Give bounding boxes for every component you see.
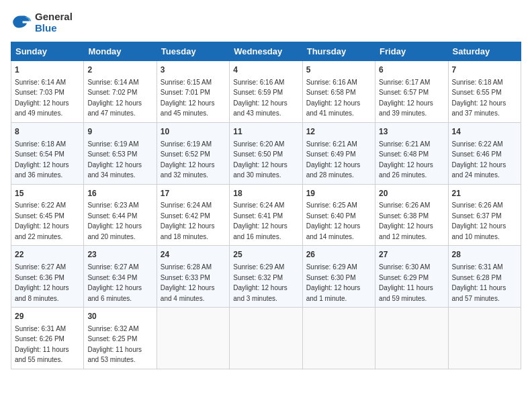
calendar-day-cell: [230, 308, 302, 369]
calendar-day-cell: 28Sunrise: 6:31 AMSunset: 6:28 PMDayligh…: [448, 246, 521, 308]
day-number: 4: [233, 64, 298, 76]
day-number: 5: [306, 64, 371, 76]
weekday-header: Monday: [84, 42, 157, 61]
calendar-day-cell: 11Sunrise: 6:20 AMSunset: 6:50 PMDayligh…: [230, 122, 302, 184]
day-number: 21: [452, 188, 517, 199]
calendar-day-cell: 29Sunrise: 6:31 AMSunset: 6:26 PMDayligh…: [11, 308, 84, 369]
day-number: 13: [379, 126, 444, 138]
day-info: Sunrise: 6:31 AMSunset: 6:26 PMDaylight:…: [15, 325, 69, 364]
day-number: 28: [452, 249, 517, 261]
calendar-day-cell: 12Sunrise: 6:21 AMSunset: 6:49 PMDayligh…: [302, 122, 375, 184]
day-number: 24: [161, 249, 226, 261]
day-info: Sunrise: 6:21 AMSunset: 6:48 PMDaylight:…: [379, 140, 433, 179]
day-info: Sunrise: 6:30 AMSunset: 6:29 PMDaylight:…: [379, 263, 433, 302]
calendar-day-cell: 19Sunrise: 6:25 AMSunset: 6:40 PMDayligh…: [302, 184, 375, 246]
calendar-day-cell: 1Sunrise: 6:14 AMSunset: 7:03 PMDaylight…: [11, 61, 84, 123]
calendar-day-cell: 26Sunrise: 6:29 AMSunset: 6:30 PMDayligh…: [302, 246, 375, 308]
day-number: 16: [87, 188, 152, 199]
page-header: General Blue: [11, 11, 521, 34]
day-info: Sunrise: 6:19 AMSunset: 6:52 PMDaylight:…: [161, 140, 215, 179]
day-info: Sunrise: 6:16 AMSunset: 6:58 PMDaylight:…: [306, 79, 361, 118]
calendar-day-cell: 21Sunrise: 6:26 AMSunset: 6:37 PMDayligh…: [448, 184, 521, 246]
calendar-week-row: 22Sunrise: 6:27 AMSunset: 6:36 PMDayligh…: [11, 246, 521, 308]
day-number: 9: [87, 126, 152, 138]
day-number: 6: [379, 64, 444, 76]
weekday-header-row: SundayMondayTuesdayWednesdayThursdayFrid…: [11, 42, 521, 61]
day-number: 7: [452, 64, 517, 76]
calendar-day-cell: 23Sunrise: 6:27 AMSunset: 6:34 PMDayligh…: [84, 246, 157, 308]
day-number: 20: [379, 188, 444, 199]
day-info: Sunrise: 6:26 AMSunset: 6:37 PMDaylight:…: [452, 201, 506, 240]
weekday-header: Saturday: [448, 42, 521, 61]
day-info: Sunrise: 6:16 AMSunset: 6:59 PMDaylight:…: [233, 79, 287, 118]
calendar-day-cell: 27Sunrise: 6:30 AMSunset: 6:29 PMDayligh…: [375, 246, 448, 308]
weekday-header: Tuesday: [157, 42, 229, 61]
day-number: 1: [15, 64, 80, 76]
weekday-header: Sunday: [11, 42, 84, 61]
day-info: Sunrise: 6:18 AMSunset: 6:54 PMDaylight:…: [15, 140, 69, 179]
calendar-week-row: 8Sunrise: 6:18 AMSunset: 6:54 PMDaylight…: [11, 122, 521, 184]
day-info: Sunrise: 6:24 AMSunset: 6:41 PMDaylight:…: [233, 201, 287, 240]
day-info: Sunrise: 6:29 AMSunset: 6:30 PMDaylight:…: [306, 263, 361, 302]
day-info: Sunrise: 6:17 AMSunset: 6:57 PMDaylight:…: [379, 79, 433, 118]
calendar-day-cell: [448, 308, 521, 369]
calendar-day-cell: [302, 308, 375, 369]
calendar-day-cell: 30Sunrise: 6:32 AMSunset: 6:25 PMDayligh…: [84, 308, 157, 369]
weekday-header: Friday: [375, 42, 448, 61]
calendar-week-row: 29Sunrise: 6:31 AMSunset: 6:26 PMDayligh…: [11, 308, 521, 369]
weekday-header: Wednesday: [230, 42, 302, 61]
calendar-day-cell: 5Sunrise: 6:16 AMSunset: 6:58 PMDaylight…: [302, 61, 375, 123]
calendar-table: SundayMondayTuesdayWednesdayThursdayFrid…: [11, 42, 521, 369]
day-info: Sunrise: 6:23 AMSunset: 6:44 PMDaylight:…: [87, 201, 142, 240]
calendar-day-cell: 16Sunrise: 6:23 AMSunset: 6:44 PMDayligh…: [84, 184, 157, 246]
calendar-day-cell: 7Sunrise: 6:18 AMSunset: 6:55 PMDaylight…: [448, 61, 521, 123]
calendar-day-cell: 3Sunrise: 6:15 AMSunset: 7:01 PMDaylight…: [157, 61, 229, 123]
day-number: 14: [452, 126, 517, 138]
day-info: Sunrise: 6:20 AMSunset: 6:50 PMDaylight:…: [233, 140, 287, 179]
day-number: 29: [15, 311, 80, 322]
day-info: Sunrise: 6:21 AMSunset: 6:49 PMDaylight:…: [306, 140, 361, 179]
day-number: 18: [233, 188, 298, 199]
day-number: 12: [306, 126, 371, 138]
day-info: Sunrise: 6:28 AMSunset: 6:33 PMDaylight:…: [161, 263, 215, 302]
day-info: Sunrise: 6:18 AMSunset: 6:55 PMDaylight:…: [452, 79, 506, 118]
day-number: 10: [161, 126, 226, 138]
calendar-day-cell: [375, 308, 448, 369]
day-info: Sunrise: 6:24 AMSunset: 6:42 PMDaylight:…: [161, 201, 215, 240]
calendar-day-cell: 14Sunrise: 6:22 AMSunset: 6:46 PMDayligh…: [448, 122, 521, 184]
day-number: 2: [87, 64, 152, 76]
day-number: 19: [306, 188, 371, 199]
day-number: 30: [87, 311, 152, 322]
logo-icon: [11, 11, 32, 33]
day-number: 27: [379, 249, 444, 261]
calendar-day-cell: [157, 308, 229, 369]
day-number: 15: [15, 188, 80, 199]
calendar-day-cell: 20Sunrise: 6:26 AMSunset: 6:38 PMDayligh…: [375, 184, 448, 246]
calendar-day-cell: 17Sunrise: 6:24 AMSunset: 6:42 PMDayligh…: [157, 184, 229, 246]
day-info: Sunrise: 6:25 AMSunset: 6:40 PMDaylight:…: [306, 201, 361, 240]
day-number: 22: [15, 249, 80, 261]
weekday-header: Thursday: [302, 42, 375, 61]
day-number: 26: [306, 249, 371, 261]
calendar-day-cell: 22Sunrise: 6:27 AMSunset: 6:36 PMDayligh…: [11, 246, 84, 308]
day-number: 3: [161, 64, 226, 76]
day-info: Sunrise: 6:15 AMSunset: 7:01 PMDaylight:…: [161, 79, 215, 118]
day-info: Sunrise: 6:22 AMSunset: 6:46 PMDaylight:…: [452, 140, 506, 179]
logo-text: General Blue: [35, 11, 73, 34]
day-info: Sunrise: 6:29 AMSunset: 6:32 PMDaylight:…: [233, 263, 287, 302]
calendar-day-cell: 6Sunrise: 6:17 AMSunset: 6:57 PMDaylight…: [375, 61, 448, 123]
day-info: Sunrise: 6:31 AMSunset: 6:28 PMDaylight:…: [452, 263, 506, 302]
day-number: 17: [161, 188, 226, 199]
calendar-day-cell: 25Sunrise: 6:29 AMSunset: 6:32 PMDayligh…: [230, 246, 302, 308]
calendar-day-cell: 2Sunrise: 6:14 AMSunset: 7:02 PMDaylight…: [84, 61, 157, 123]
day-info: Sunrise: 6:32 AMSunset: 6:25 PMDaylight:…: [87, 325, 142, 364]
calendar-day-cell: 18Sunrise: 6:24 AMSunset: 6:41 PMDayligh…: [230, 184, 302, 246]
day-info: Sunrise: 6:26 AMSunset: 6:38 PMDaylight:…: [379, 201, 433, 240]
calendar-day-cell: 10Sunrise: 6:19 AMSunset: 6:52 PMDayligh…: [157, 122, 229, 184]
calendar-day-cell: 8Sunrise: 6:18 AMSunset: 6:54 PMDaylight…: [11, 122, 84, 184]
day-info: Sunrise: 6:27 AMSunset: 6:34 PMDaylight:…: [87, 263, 142, 302]
day-info: Sunrise: 6:22 AMSunset: 6:45 PMDaylight:…: [15, 201, 69, 240]
day-number: 23: [87, 249, 152, 261]
calendar-day-cell: 13Sunrise: 6:21 AMSunset: 6:48 PMDayligh…: [375, 122, 448, 184]
day-number: 8: [15, 126, 80, 138]
